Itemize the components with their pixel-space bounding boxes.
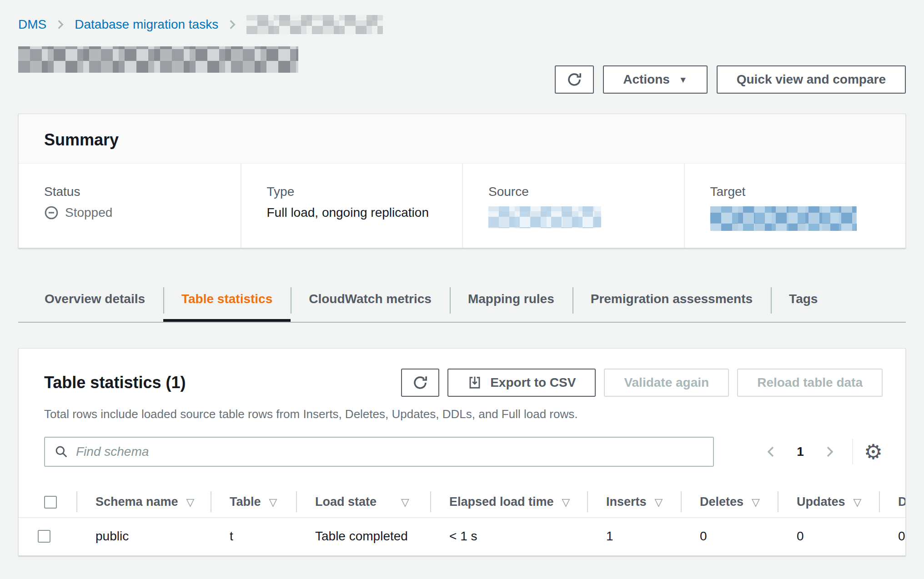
table-statistics-table: Schema name ▽ Table ▽ Load state ▽ Elaps…: [19, 488, 905, 555]
chevron-right-icon: [226, 18, 238, 31]
dms-task-page: DMS Database migration tasks Actions ▼ Q…: [0, 0, 924, 579]
caret-down-icon: ▼: [679, 75, 688, 84]
stopped-minus-icon: [44, 205, 59, 220]
reload-table-data-label: Reload table data: [757, 375, 863, 390]
sort-icon[interactable]: ▽: [655, 496, 663, 508]
type-label: Type: [267, 185, 453, 199]
refresh-icon: [412, 374, 428, 391]
validate-again-label: Validate again: [624, 375, 709, 390]
page-header: Actions ▼ Quick view and compare: [18, 46, 906, 96]
table-row: public t Table completed < 1 s 1 0 0 0: [19, 518, 905, 555]
summary-fields: Status Stopped Type Full load, ongoing r…: [19, 164, 905, 248]
search-icon: [54, 444, 69, 459]
cell-updates: 0: [778, 518, 879, 555]
previous-page-button[interactable]: [761, 444, 781, 459]
table-statistics-header: Table statistics (1): [19, 349, 905, 467]
summary-field-target: Target: [684, 164, 906, 248]
sort-icon[interactable]: ▽: [752, 496, 760, 508]
row-checkbox[interactable]: [38, 530, 50, 543]
refresh-icon: [566, 71, 583, 88]
validate-again-button[interactable]: Validate again: [604, 369, 729, 397]
column-header-updates: Updates ▽: [778, 488, 879, 517]
chevron-right-icon: [55, 18, 66, 31]
refresh-button[interactable]: [555, 65, 594, 94]
tab-table-statistics[interactable]: Table statistics: [163, 286, 291, 322]
page-title-redacted: [18, 46, 298, 73]
breadcrumb-current-redacted: [246, 15, 383, 34]
export-to-csv-button[interactable]: Export to CSV: [447, 369, 596, 397]
target-value-redacted: [710, 206, 857, 231]
column-header-table: Table ▽: [211, 488, 296, 517]
column-header-inserts: Inserts ▽: [587, 488, 681, 517]
tab-premigration-assessments[interactable]: Premigration assessments: [572, 286, 771, 322]
table-refresh-button[interactable]: [401, 369, 439, 397]
target-label: Target: [710, 185, 897, 199]
source-label: Source: [488, 185, 675, 199]
breadcrumb-link-migration-tasks[interactable]: Database migration tasks: [75, 17, 218, 32]
cell-deletes: 0: [681, 518, 778, 555]
table-statistics-actions: Export to CSV Validate again Reload tabl…: [401, 369, 883, 397]
pagination-current-page[interactable]: 1: [797, 444, 804, 459]
quick-view-compare-label: Quick view and compare: [737, 72, 886, 87]
table-toolbar: 1 ⚙: [44, 437, 883, 467]
sort-icon[interactable]: ▽: [401, 496, 409, 508]
actions-menu-label: Actions: [623, 72, 670, 87]
cell-ddls-clipped: 0: [879, 518, 905, 555]
column-header-ddls-clipped: D: [879, 488, 906, 517]
chevron-left-icon: [764, 444, 778, 459]
summary-card-header: Summary: [19, 114, 905, 164]
sort-icon[interactable]: ▽: [186, 496, 195, 508]
column-header-load-state: Load state ▽: [296, 488, 430, 517]
summary-field-type: Type Full load, ongoing replication: [241, 164, 462, 248]
cell-schema-name: public: [76, 518, 211, 555]
next-page-button[interactable]: [819, 444, 839, 459]
summary-card: Summary Status Stopped Type Full load, o…: [18, 114, 906, 248]
settings-gear-icon: ⚙: [864, 439, 883, 464]
table-header-row: Schema name ▽ Table ▽ Load state ▽ Elaps…: [19, 488, 905, 518]
summary-title: Summary: [44, 130, 880, 150]
cell-elapsed-load-time: < 1 s: [430, 518, 587, 555]
pagination: 1 ⚙: [761, 439, 883, 464]
summary-field-source: Source: [462, 164, 684, 248]
table-statistics-panel: Table statistics (1): [18, 348, 906, 556]
table-statistics-description: Total rows include loaded source table r…: [44, 407, 883, 421]
tab-mapping-rules[interactable]: Mapping rules: [450, 286, 572, 322]
sort-icon[interactable]: ▽: [269, 496, 277, 508]
type-value: Full load, ongoing replication: [267, 205, 453, 220]
table-preferences-button[interactable]: ⚙: [864, 441, 883, 462]
chevron-right-icon: [822, 444, 837, 459]
summary-field-status: Status Stopped: [19, 164, 241, 248]
cell-inserts: 1: [587, 518, 681, 555]
task-detail-tabs: Overview details Table statistics CloudW…: [18, 286, 906, 323]
status-text: Stopped: [65, 205, 112, 220]
tab-tags[interactable]: Tags: [771, 286, 836, 322]
sort-icon[interactable]: ▽: [562, 496, 570, 508]
sort-icon[interactable]: ▽: [854, 496, 862, 508]
status-label: Status: [44, 185, 231, 199]
cell-table: t: [211, 518, 296, 555]
tab-overview-details[interactable]: Overview details: [26, 286, 163, 322]
download-icon: [467, 375, 482, 390]
tab-cloudwatch-metrics[interactable]: CloudWatch metrics: [291, 286, 450, 322]
column-header-deletes: Deletes ▽: [681, 488, 778, 517]
schema-search-box: [44, 437, 714, 467]
source-value-redacted: [488, 206, 601, 228]
column-header-schema-name: Schema name ▽: [76, 488, 211, 517]
actions-menu-button[interactable]: Actions ▼: [603, 65, 708, 94]
table-statistics-title: Table statistics (1): [44, 369, 186, 397]
status-value: Stopped: [44, 205, 231, 220]
breadcrumb-link-dms[interactable]: DMS: [18, 17, 46, 32]
select-all-checkbox[interactable]: [44, 496, 57, 509]
quick-view-compare-button[interactable]: Quick view and compare: [717, 65, 906, 94]
reload-table-data-button[interactable]: Reload table data: [737, 369, 883, 397]
header-actions: Actions ▼ Quick view and compare: [555, 65, 906, 94]
schema-search-input[interactable]: [76, 444, 704, 459]
export-to-csv-label: Export to CSV: [490, 375, 576, 390]
cell-load-state: Table completed: [296, 518, 430, 555]
column-header-elapsed-load-time: Elapsed load time ▽: [430, 488, 587, 517]
pagination-divider: [852, 439, 853, 464]
breadcrumb: DMS Database migration tasks: [18, 0, 906, 34]
